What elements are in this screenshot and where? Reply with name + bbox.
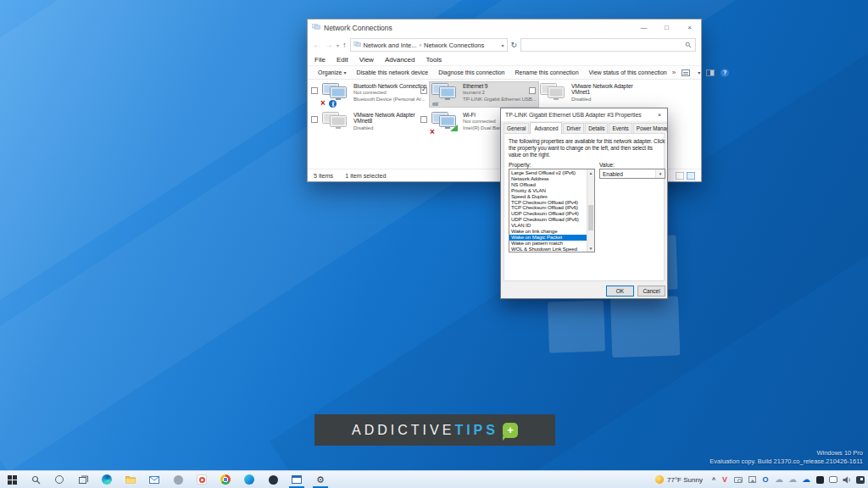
view-caret-icon[interactable]: ▾: [698, 69, 700, 75]
windows-logo-pane: [610, 296, 680, 358]
address-bar[interactable]: Network and Inte... › Network Connection…: [350, 38, 508, 52]
menu-bar: File Edit View Advanced Tools: [308, 54, 701, 65]
adapter-name[interactable]: Bluetooth Network Connection: [353, 83, 426, 89]
taskbar-settings[interactable]: ⚙: [309, 471, 332, 488]
hidden-icons-chevron-icon[interactable]: ^: [712, 477, 715, 483]
menu-edit[interactable]: Edit: [337, 56, 348, 64]
forward-icon[interactable]: →: [325, 41, 333, 49]
rename-connection-button[interactable]: Rename this connection: [509, 69, 583, 75]
adapter-checkbox[interactable]: ✓: [420, 87, 427, 94]
breadcrumb-current[interactable]: Network Connections: [424, 42, 484, 49]
camera-icon[interactable]: [734, 477, 743, 483]
adapter-tile-ethernet9[interactable]: ✓ Ethernet 9 tsunami 2 TP-LINK Gigabit: [420, 82, 531, 107]
scroll-down-icon[interactable]: ▼: [587, 245, 594, 252]
scrollbar-thumb[interactable]: [588, 205, 593, 230]
scroll-up-icon[interactable]: ▲: [587, 169, 594, 176]
view-details-icon[interactable]: [682, 69, 690, 76]
menu-tools[interactable]: Tools: [426, 56, 442, 64]
recent-pages-icon[interactable]: ▾: [337, 42, 339, 48]
taskbar-mail[interactable]: [142, 471, 166, 488]
up-icon[interactable]: ↑: [342, 42, 347, 49]
icons-view-icon[interactable]: [687, 172, 695, 180]
taskbar-skype[interactable]: [166, 471, 190, 488]
property-listbox[interactable]: Large Send Offload v2 (IPv6) Network Add…: [509, 169, 595, 252]
taskbar-edge-beta[interactable]: [237, 471, 261, 488]
property-item[interactable]: WOL & Shutdown Link Speed: [509, 247, 587, 252]
task-view-button[interactable]: [71, 471, 95, 488]
advanced-tab-page: The following properties are available f…: [504, 133, 665, 281]
disable-device-button[interactable]: Disable this network device: [351, 69, 433, 75]
close-icon[interactable]: ×: [678, 19, 701, 36]
adapter-tile-bluetooth[interactable]: × Bluetooth Network Connection Not conne…: [311, 82, 421, 107]
dialog-titlebar[interactable]: TP-LINK Gigabit Ethernet USB Adapter #3 …: [501, 108, 667, 121]
taskbar-search-button[interactable]: [24, 471, 47, 488]
adapter-name[interactable]: Ethernet 9: [463, 83, 537, 89]
adapter-checkbox[interactable]: [420, 116, 427, 123]
adapter-device: TP-LINK Gigabit Ethernet USB...: [463, 96, 537, 102]
value-dropdown[interactable]: Enabled ▾: [599, 169, 665, 179]
window-titlebar[interactable]: Network Connections — □ ×: [308, 19, 701, 36]
taskbar-edge[interactable]: [95, 471, 119, 488]
windows-logo-pane: [548, 300, 605, 352]
adapter-name[interactable]: VMware Network Adapter VMnet1: [571, 83, 636, 96]
taskbar-privacy-app[interactable]: [261, 471, 285, 488]
toolbar-overflow-icon[interactable]: »: [672, 69, 676, 76]
back-icon[interactable]: ←: [313, 41, 321, 49]
onedrive-icon[interactable]: ☁: [802, 475, 810, 484]
dropdown-caret-icon[interactable]: ▾: [655, 169, 665, 178]
speaker-icon: [843, 476, 851, 484]
adapter-checkbox[interactable]: [311, 87, 318, 94]
preview-pane-icon[interactable]: [706, 69, 715, 76]
media-player-icon[interactable]: [816, 476, 824, 484]
organize-button[interactable]: Organize▾: [313, 69, 351, 75]
vivaldi-icon[interactable]: V: [721, 475, 729, 484]
taskbar-opera[interactable]: [190, 471, 214, 488]
ok-button[interactable]: OK: [606, 286, 634, 297]
taskbar-network-connections-window[interactable]: [285, 471, 309, 488]
adapter-tile-vmnet8[interactable]: VMware Network Adapter VMnet8 Disabled: [311, 111, 421, 136]
dialog-close-icon[interactable]: ×: [652, 108, 667, 121]
view-status-button[interactable]: View status of this connection: [584, 69, 672, 75]
search-icon: [685, 42, 692, 48]
value-dropdown-text: Enabled: [603, 171, 623, 177]
start-button[interactable]: [0, 471, 24, 488]
touch-keyboard-icon[interactable]: [856, 476, 865, 484]
menu-file[interactable]: File: [314, 56, 326, 64]
cancel-button[interactable]: Cancel: [637, 286, 665, 297]
watermark-edition: Windows 10 Pro: [709, 449, 863, 458]
address-dropdown-icon[interactable]: ▾: [502, 42, 504, 48]
cloud-icon[interactable]: ☁: [788, 475, 797, 484]
evaluation-watermark: Windows 10 Pro Evaluation copy. Build 21…: [709, 449, 863, 466]
outlook-icon[interactable]: O: [761, 475, 770, 484]
cloud-icon[interactable]: ☁: [775, 475, 783, 484]
disconnected-x-icon: ×: [430, 128, 435, 136]
menu-view[interactable]: View: [359, 56, 374, 64]
tab-advanced[interactable]: Advanced: [530, 122, 562, 134]
adapter-tile-vmnet1[interactable]: VMware Network Adapter VMnet1 Disabled: [529, 82, 639, 107]
taskbar-file-explorer[interactable]: [119, 471, 142, 488]
speaker-button[interactable]: [843, 475, 851, 484]
search-input[interactable]: [520, 38, 696, 52]
refresh-icon[interactable]: ↻: [511, 41, 518, 49]
weather-widget[interactable]: 77°F Sunny: [651, 475, 707, 484]
diagnose-connection-button[interactable]: Diagnose this connection: [433, 69, 509, 75]
menu-advanced[interactable]: Advanced: [385, 56, 415, 64]
maximize-icon[interactable]: □: [655, 19, 678, 36]
disconnected-x-icon: ×: [320, 99, 326, 108]
listbox-scrollbar[interactable]: ▲ ▼: [587, 169, 594, 252]
adapter-name[interactable]: VMware Network Adapter VMnet8: [353, 112, 418, 125]
taskbar-chrome[interactable]: [214, 471, 237, 488]
cortana-button[interactable]: [47, 471, 71, 488]
breadcrumb-root[interactable]: Network and Inte...: [364, 42, 417, 49]
details-view-icon[interactable]: [676, 172, 684, 180]
photos-icon[interactable]: [748, 476, 756, 483]
chat-icon[interactable]: [829, 476, 837, 483]
minimize-icon[interactable]: —: [632, 19, 655, 36]
mail-icon: [149, 476, 159, 484]
help-icon[interactable]: ?: [721, 69, 729, 77]
address-location-icon: [353, 42, 361, 48]
system-tray: 77°F Sunny ^ V O ☁ ☁ ☁: [651, 471, 868, 488]
command-toolbar: Organize▾ Disable this network device Di…: [308, 65, 701, 80]
adapter-checkbox[interactable]: [311, 116, 318, 123]
adapter-checkbox[interactable]: [529, 87, 536, 94]
